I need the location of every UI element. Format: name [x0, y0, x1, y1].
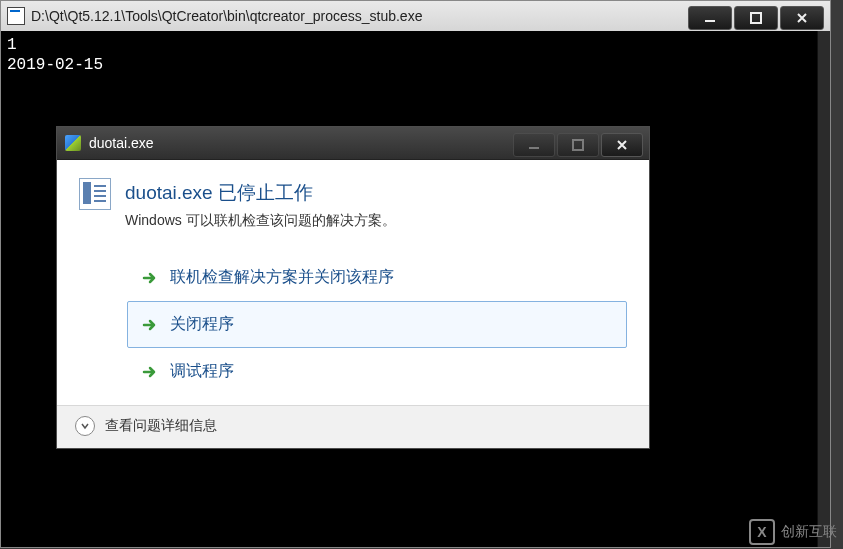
- crash-dialog-footer: 查看问题详细信息: [57, 406, 649, 448]
- watermark-badge-icon: X: [749, 519, 775, 545]
- window-controls: [688, 3, 826, 30]
- console-title: D:\Qt\Qt5.12.1\Tools\QtCreator\bin\qtcre…: [31, 8, 688, 24]
- dialog-window-controls: [513, 129, 645, 157]
- action-label: 关闭程序: [170, 314, 234, 335]
- action-check-online[interactable]: 联机检查解决方案并关闭该程序: [127, 254, 627, 301]
- crash-dialog-titlebar[interactable]: duotai.exe: [57, 127, 649, 160]
- crash-dialog-body: duotai.exe 已停止工作 Windows 可以联机检查该问题的解决方案。…: [57, 160, 649, 406]
- console-scrollbar[interactable]: [817, 31, 830, 547]
- minimize-button[interactable]: [688, 6, 732, 30]
- svg-rect-3: [573, 140, 583, 150]
- crash-actions: 联机检查解决方案并关闭该程序 关闭程序 调试程序: [127, 254, 627, 395]
- arrow-right-icon: [142, 317, 158, 333]
- maximize-button[interactable]: [734, 6, 778, 30]
- console-titlebar[interactable]: D:\Qt\Qt5.12.1\Tools\QtCreator\bin\qtcre…: [1, 1, 830, 32]
- app-icon: [7, 7, 25, 25]
- arrow-right-icon: [142, 364, 158, 380]
- action-label: 调试程序: [170, 361, 234, 382]
- action-close-program[interactable]: 关闭程序: [127, 301, 627, 348]
- dialog-app-icon: [65, 135, 81, 151]
- dialog-maximize-button[interactable]: [557, 133, 599, 157]
- close-button[interactable]: [780, 6, 824, 30]
- action-debug-program[interactable]: 调试程序: [127, 348, 627, 395]
- expand-details-icon[interactable]: [75, 416, 95, 436]
- dialog-close-button[interactable]: [601, 133, 643, 157]
- watermark: X 创新互联: [749, 519, 837, 545]
- crash-subtext: Windows 可以联机检查该问题的解决方案。: [125, 212, 627, 230]
- dialog-minimize-button[interactable]: [513, 133, 555, 157]
- dialog-title: duotai.exe: [89, 135, 513, 151]
- svg-rect-2: [529, 147, 539, 149]
- svg-rect-1: [751, 13, 761, 23]
- crash-heading: duotai.exe 已停止工作: [125, 180, 627, 206]
- console-line: 1: [7, 35, 811, 55]
- action-label: 联机检查解决方案并关闭该程序: [170, 267, 394, 288]
- console-line: 2019-02-15: [7, 55, 811, 75]
- program-icon: [79, 178, 111, 210]
- watermark-text: 创新互联: [781, 523, 837, 541]
- view-details-label[interactable]: 查看问题详细信息: [105, 417, 217, 435]
- arrow-right-icon: [142, 270, 158, 286]
- crash-dialog: duotai.exe duotai.exe 已停止工作 Windows 可以联机…: [56, 126, 650, 449]
- svg-rect-0: [705, 20, 715, 22]
